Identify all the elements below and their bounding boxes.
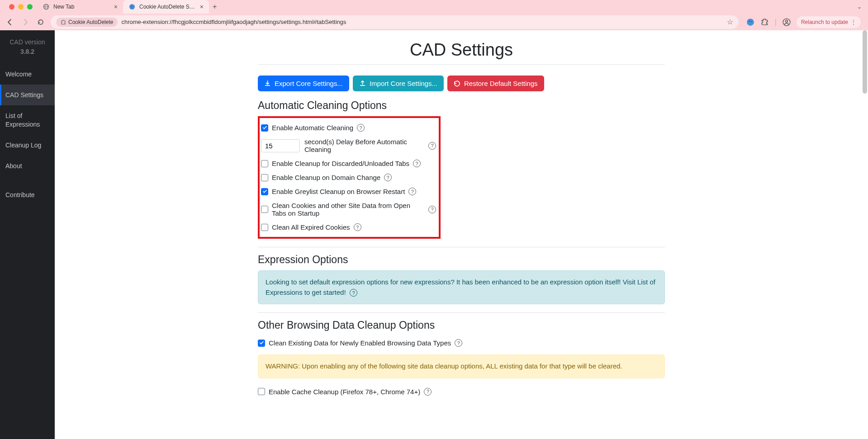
sidebar-item-about[interactable]: About bbox=[0, 156, 55, 176]
extension-icon bbox=[61, 19, 66, 25]
version-block: CAD version 3.8.2 bbox=[0, 30, 55, 64]
warning-alert: WARNING: Upon enabling any of the follow… bbox=[258, 354, 665, 378]
svg-point-9 bbox=[751, 21, 752, 22]
checkbox-greylist[interactable] bbox=[261, 188, 268, 195]
address-bar[interactable]: Cookie AutoDelete chrome-extension://fhc… bbox=[51, 15, 739, 29]
cookie-icon bbox=[128, 3, 136, 10]
delay-label: second(s) Delay Before Automatic Cleanin… bbox=[304, 138, 425, 153]
profile-icon[interactable] bbox=[782, 18, 791, 27]
expression-info-alert: Looking to set default expression option… bbox=[258, 270, 665, 304]
upload-icon bbox=[359, 80, 366, 87]
help-icon[interactable]: ? bbox=[354, 223, 361, 231]
help-icon[interactable]: ? bbox=[408, 188, 416, 195]
scrollbar[interactable] bbox=[862, 30, 868, 439]
highlight-box: Enable Automatic Cleaning ? second(s) De… bbox=[258, 116, 441, 239]
close-icon[interactable]: × bbox=[114, 3, 118, 10]
url-text: chrome-extension://fhcgjolkccmbidfldomjl… bbox=[121, 19, 723, 25]
help-icon[interactable]: ? bbox=[428, 206, 436, 213]
close-window-icon[interactable] bbox=[9, 4, 14, 9]
minimize-window-icon[interactable] bbox=[18, 4, 24, 9]
checkbox-domain-change[interactable] bbox=[261, 174, 268, 181]
app-icon[interactable] bbox=[746, 18, 755, 27]
content-area: CAD Settings Export Core Settings... Imp… bbox=[55, 30, 868, 439]
app-body: CAD version 3.8.2 Welcome CAD Settings L… bbox=[0, 30, 868, 439]
back-button[interactable] bbox=[5, 17, 15, 28]
undo-icon bbox=[454, 80, 460, 87]
help-icon[interactable]: ? bbox=[357, 124, 365, 132]
help-icon[interactable]: ? bbox=[350, 289, 357, 297]
version-label: CAD version bbox=[4, 38, 51, 47]
tab-cad-settings[interactable]: Cookie AutoDelete Settings × bbox=[123, 0, 209, 14]
checkbox-startup[interactable] bbox=[261, 206, 268, 213]
version-number: 3.8.2 bbox=[4, 47, 51, 57]
new-tab-button[interactable]: + bbox=[209, 1, 220, 13]
opt-expired: Clean All Expired Cookies ? bbox=[261, 220, 436, 234]
import-label: Import Core Settings... bbox=[370, 80, 437, 87]
maximize-window-icon[interactable] bbox=[27, 4, 33, 9]
page-title: CAD Settings bbox=[258, 35, 665, 65]
import-settings-button[interactable]: Import Core Settings... bbox=[353, 76, 444, 91]
svg-point-7 bbox=[747, 19, 754, 26]
menu-dots-icon: ⋮ bbox=[851, 19, 856, 25]
opt-label: Enable Greylist Cleanup on Browser Resta… bbox=[272, 188, 405, 195]
help-icon[interactable]: ? bbox=[424, 388, 432, 396]
download-icon bbox=[264, 80, 271, 87]
sidebar-item-welcome[interactable]: Welcome bbox=[0, 64, 55, 85]
delay-input[interactable] bbox=[261, 139, 300, 152]
bookmark-icon[interactable]: ☆ bbox=[727, 18, 733, 26]
opt-enable-auto: Enable Automatic Cleaning ? bbox=[261, 121, 436, 135]
browser-chrome: New Tab × Cookie AutoDelete Settings × +… bbox=[0, 0, 868, 30]
tab-new-tab[interactable]: New Tab × bbox=[37, 0, 123, 14]
toolbar-actions: | Relaunch to update ⋮ bbox=[743, 16, 863, 28]
sidebar-item-contribute[interactable]: Contribute bbox=[0, 184, 55, 205]
reload-button[interactable] bbox=[35, 17, 46, 28]
checkbox-cache[interactable] bbox=[258, 388, 265, 395]
scrollbar-thumb[interactable] bbox=[863, 30, 867, 94]
sidebar-item-cad-settings[interactable]: CAD Settings bbox=[0, 85, 55, 105]
svg-point-4 bbox=[131, 5, 132, 6]
opt-label: Enable Cleanup on Domain Change bbox=[272, 174, 380, 181]
tabs-dropdown-button[interactable]: ⌄ bbox=[851, 4, 868, 10]
svg-point-5 bbox=[133, 6, 133, 7]
svg-point-11 bbox=[785, 20, 787, 22]
forward-button[interactable] bbox=[20, 17, 31, 28]
help-icon[interactable]: ? bbox=[428, 142, 436, 150]
sidebar-item-cleanup-log[interactable]: Cleanup Log bbox=[0, 135, 55, 156]
checkbox-clean-existing[interactable] bbox=[258, 340, 265, 347]
close-icon[interactable]: × bbox=[200, 3, 204, 10]
extension-name: Cookie AutoDelete bbox=[68, 19, 113, 25]
expression-options-heading: Expression Options bbox=[258, 254, 665, 266]
extension-chip[interactable]: Cookie AutoDelete bbox=[56, 18, 118, 27]
relaunch-label: Relaunch to update bbox=[801, 19, 848, 25]
export-settings-button[interactable]: Export Core Settings... bbox=[258, 76, 349, 91]
opt-label: Clean Existing Data for Newly Enabled Br… bbox=[269, 339, 451, 347]
checkbox-expired[interactable] bbox=[261, 224, 268, 231]
export-label: Export Core Settings... bbox=[275, 80, 343, 87]
checkbox-enable-auto[interactable] bbox=[261, 124, 268, 132]
tab-title: New Tab bbox=[53, 4, 110, 10]
opt-startup: Clean Cookies and other Site Data from O… bbox=[261, 198, 436, 220]
restore-defaults-button[interactable]: Restore Default Settings bbox=[447, 76, 544, 91]
settings-button-row: Export Core Settings... Import Core Sett… bbox=[258, 76, 665, 91]
opt-label: Clean All Expired Cookies bbox=[272, 223, 350, 231]
opt-discarded: Enable Cleanup for Discarded/Unloaded Ta… bbox=[261, 156, 436, 170]
opt-label: Enable Automatic Cleaning bbox=[272, 124, 353, 132]
sidebar-item-expressions[interactable]: List of Expressions bbox=[0, 105, 55, 134]
opt-cache: Enable Cache Cleanup (Firefox 78+, Chrom… bbox=[258, 385, 665, 399]
opt-greylist: Enable Greylist Cleanup on Browser Resta… bbox=[261, 184, 436, 198]
tab-title: Cookie AutoDelete Settings bbox=[139, 4, 196, 10]
help-icon[interactable]: ? bbox=[455, 339, 462, 347]
checkbox-discarded[interactable] bbox=[261, 160, 268, 167]
help-icon[interactable]: ? bbox=[384, 174, 392, 181]
opt-label: Enable Cleanup for Discarded/Unloaded Ta… bbox=[272, 160, 409, 167]
help-icon[interactable]: ? bbox=[413, 160, 421, 167]
other-cleanup-heading: Other Browsing Data Cleanup Options bbox=[258, 319, 665, 331]
auto-cleaning-heading: Automatic Cleaning Options bbox=[258, 99, 665, 112]
opt-delay: second(s) Delay Before Automatic Cleanin… bbox=[261, 135, 436, 156]
extensions-icon[interactable] bbox=[760, 18, 769, 27]
toolbar: Cookie AutoDelete chrome-extension://fhc… bbox=[0, 14, 868, 30]
opt-clean-existing: Clean Existing Data for Newly Enabled Br… bbox=[258, 336, 665, 350]
relaunch-button[interactable]: Relaunch to update ⋮ bbox=[797, 16, 861, 28]
opt-label: Clean Cookies and other Site Data from O… bbox=[272, 202, 425, 217]
sidebar: CAD version 3.8.2 Welcome CAD Settings L… bbox=[0, 30, 55, 439]
